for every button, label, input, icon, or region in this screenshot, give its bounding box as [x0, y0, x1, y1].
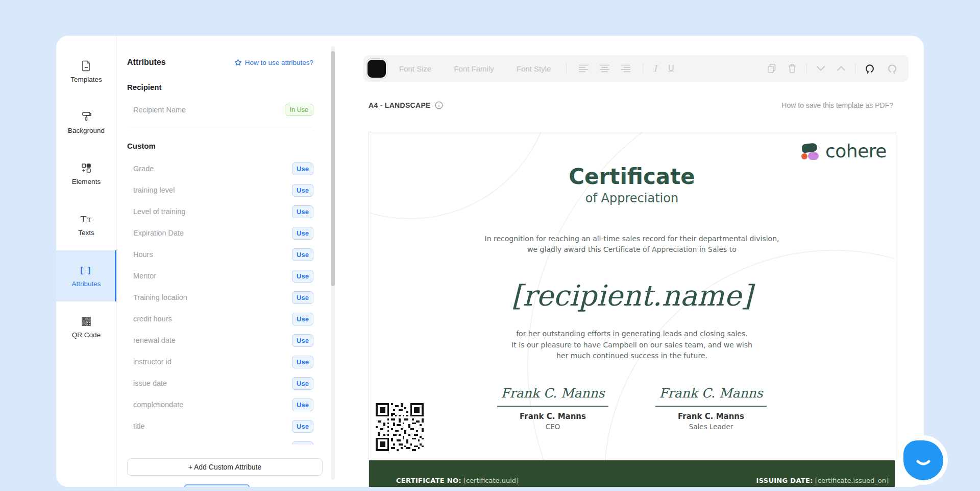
certificate-body[interactable]: for her outstanding efforts in generatin…: [369, 329, 895, 362]
font-style-select[interactable]: Font Style: [517, 64, 551, 73]
star-icon: [234, 59, 242, 66]
info-icon[interactable]: [435, 101, 443, 109]
use-button[interactable]: Use: [292, 270, 313, 283]
certificate-intro[interactable]: In recognition for reaching an all-time …: [369, 233, 895, 255]
issuing-date-value: [certificate.issued_on]: [815, 477, 889, 484]
how-to-use-attributes-link[interactable]: How to use attributes?: [234, 59, 313, 66]
sidebar-item-elements[interactable]: Elements: [56, 148, 116, 199]
chevron-down-icon[interactable]: [816, 65, 825, 72]
chat-launcher-button[interactable]: [903, 440, 943, 480]
logo-blob-green: [801, 143, 818, 153]
attributes-panel-header: Attributes How to use attributes?: [127, 56, 313, 68]
issuing-date: ISSUING DATE: [certificate.issued_on]: [756, 477, 889, 484]
sidebar-item-templates[interactable]: Templates: [56, 46, 116, 97]
attribute-row: training level Use: [127, 179, 313, 201]
add-custom-attribute-button[interactable]: + Add Custom Attribute: [127, 458, 323, 476]
certificate-subtitle[interactable]: of Appreciation: [369, 191, 895, 206]
signer-role: Sales Leader: [655, 423, 767, 431]
certificate-footer-bar[interactable]: CERTIFICATE NO: [certificate.uuid] ISSUI…: [369, 460, 895, 487]
sidebar-item-attributes[interactable]: [ ] Attributes: [56, 250, 116, 301]
logo-blob-orange: [801, 153, 807, 159]
qr-code-image[interactable]: [376, 403, 424, 451]
font-family-select[interactable]: Font Family: [454, 64, 494, 73]
align-left-icon[interactable]: [579, 64, 589, 73]
attributes-panel: Attributes How to use attributes? Recipi…: [117, 36, 336, 487]
chevron-up-icon[interactable]: [837, 65, 846, 72]
sidebar-item-qr-code[interactable]: QR Code: [56, 301, 116, 353]
attribute-row: renewal date Use: [127, 330, 313, 351]
undo-icon[interactable]: [865, 63, 875, 74]
toolbar-separator: [566, 63, 567, 74]
save-as-pdf-help-link[interactable]: How to save this template as PDF?: [781, 101, 893, 109]
redo-icon[interactable]: [887, 63, 897, 74]
use-button[interactable]: Use: [292, 399, 313, 411]
document-icon: [81, 60, 91, 72]
use-button[interactable]: Use: [292, 205, 313, 218]
certificate-title[interactable]: Certificate: [369, 165, 895, 189]
use-button[interactable]: Use: [292, 420, 313, 433]
signer-name: Frank C. Manns: [497, 412, 608, 421]
use-button[interactable]: Use: [292, 441, 313, 445]
use-button[interactable]: Use: [292, 377, 313, 390]
signer-role: CEO: [497, 423, 608, 431]
signatures-row: Frank C. Manns Frank C. Manns CEO Frank …: [369, 385, 895, 431]
attribute-row: Expiration Date Use: [127, 222, 313, 244]
signature-block[interactable]: Frank C. Manns Frank C. Manns CEO: [497, 385, 608, 431]
recipient-name-attribute[interactable]: [recipient.name]: [369, 277, 895, 314]
use-button[interactable]: Use: [292, 227, 313, 240]
use-button[interactable]: Use: [292, 356, 313, 368]
underline-icon[interactable]: U: [668, 64, 674, 73]
paint-roller-icon: [81, 111, 92, 123]
duplicate-icon[interactable]: [767, 63, 777, 74]
attribute-row: Use: [127, 437, 313, 445]
logo-blob-purple: [808, 152, 819, 160]
color-swatch[interactable]: [368, 60, 386, 78]
signature-line: [497, 406, 608, 407]
sidebar-item-texts[interactable]: Tᴛ Texts: [56, 199, 116, 250]
panel-scrollbar-thumb[interactable]: [331, 51, 335, 286]
use-button[interactable]: Use: [292, 248, 313, 261]
certificate-canvas[interactable]: cohere Certificate of Appreciation In re…: [369, 132, 895, 487]
font-size-select[interactable]: Font Size: [399, 64, 431, 73]
align-right-icon[interactable]: [621, 64, 630, 73]
attribute-label: completiondate: [133, 401, 183, 409]
attribute-row: credit hours Use: [127, 308, 313, 330]
signer-name: Frank C. Manns: [655, 412, 767, 421]
attribute-row: instructor id Use: [127, 351, 313, 372]
intro-line: we gladly award this Certificate of Appr…: [369, 244, 895, 255]
issuing-date-label: ISSUING DATE:: [756, 477, 813, 484]
signature-block[interactable]: Frank C. Manns Frank C. Manns Sales Lead…: [655, 385, 767, 431]
panel-scrollbar-track[interactable]: [331, 46, 335, 480]
italic-icon[interactable]: I: [653, 63, 657, 74]
attribute-label: Mentor: [133, 272, 156, 280]
attribute-label: Expiration Date: [133, 229, 184, 237]
attribute-label: training level: [133, 186, 175, 194]
help-link-label: How to use attributes?: [245, 59, 313, 66]
attribute-label: Level of training: [133, 207, 185, 216]
toolbar-separator: [643, 63, 643, 74]
sidebar: Templates Background Elements Tᴛ Texts […: [56, 36, 117, 487]
cohere-logo-icon: [801, 143, 820, 160]
attribute-label: instructor id: [133, 358, 172, 366]
use-button[interactable]: Use: [292, 313, 313, 325]
sidebar-item-label: Background: [68, 127, 105, 134]
sidebar-item-label: QR Code: [72, 331, 101, 339]
attribute-row: title Use: [127, 415, 313, 437]
attribute-label: credit hours: [133, 315, 172, 323]
sidebar-item-background[interactable]: Background: [56, 97, 116, 148]
use-button[interactable]: Use: [292, 291, 313, 304]
use-button[interactable]: Use: [292, 162, 313, 175]
align-center-icon[interactable]: [600, 64, 609, 73]
body-line: her much continued success in the future…: [369, 350, 895, 362]
body-line: for her outstanding efforts in generatin…: [369, 329, 895, 340]
elements-grid-icon: [81, 162, 91, 174]
use-button[interactable]: Use: [292, 334, 313, 347]
attribute-row: Training location Use: [127, 287, 313, 308]
use-button[interactable]: Use: [292, 184, 313, 197]
certificate-number: CERTIFICATE NO: [certificate.uuid]: [396, 477, 519, 484]
text-Tt-icon: Tᴛ: [81, 213, 92, 225]
trash-icon[interactable]: [787, 63, 797, 74]
signature-line: [655, 406, 767, 407]
certificate-number-value: [certificate.uuid]: [463, 477, 519, 484]
attribute-row: issue date Use: [127, 372, 313, 394]
